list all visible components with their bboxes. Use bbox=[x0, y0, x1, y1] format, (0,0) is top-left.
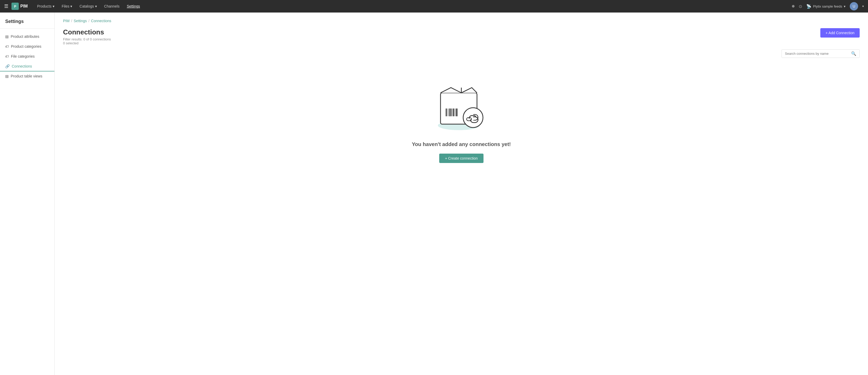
hamburger-menu[interactable]: ☰ bbox=[4, 3, 8, 9]
tag-icon: 🏷 bbox=[5, 44, 9, 49]
page-header: Connections Filter results: 0 of 0 conne… bbox=[63, 28, 860, 45]
sidebar-title: Settings bbox=[0, 19, 55, 29]
nav-right-section: ⊙ 📡 Plytix sample feeds ▾ U ▾ bbox=[792, 2, 864, 10]
list-icon: ▤ bbox=[5, 34, 9, 38]
logo-box: P bbox=[11, 3, 19, 10]
search-row: 🔍 bbox=[63, 49, 860, 58]
search-container: 🔍 bbox=[781, 49, 860, 58]
add-connection-button[interactable]: + Add Connection bbox=[820, 28, 860, 37]
svg-rect-3 bbox=[446, 109, 447, 116]
empty-state: You haven't added any connections yet! +… bbox=[63, 64, 860, 179]
svg-rect-9 bbox=[456, 109, 458, 116]
svg-rect-5 bbox=[450, 109, 451, 116]
sidebar-menu: ▤ Product attributes 🏷 Product categorie… bbox=[0, 32, 55, 81]
main-content: PIM / Settings / Connections Connections… bbox=[55, 12, 868, 375]
chevron-down-icon: ▾ bbox=[53, 4, 55, 8]
page-title-section: Connections Filter results: 0 of 0 conne… bbox=[63, 28, 111, 45]
table-icon: ▤ bbox=[5, 74, 9, 78]
breadcrumb-connections: Connections bbox=[91, 19, 111, 23]
breadcrumb-sep-1: / bbox=[71, 19, 72, 23]
breadcrumb-sep-2: / bbox=[88, 19, 89, 23]
chevron-down-icon: ▾ bbox=[95, 4, 97, 8]
empty-illustration bbox=[433, 80, 490, 133]
chevron-down-icon: ▾ bbox=[844, 4, 846, 8]
breadcrumb: PIM / Settings / Connections bbox=[63, 19, 860, 23]
nav-channels[interactable]: Channels bbox=[101, 3, 123, 10]
search-icon: 🔍 bbox=[851, 51, 856, 56]
filter-text: Filter results: 0 of 0 connections 0 sel… bbox=[63, 37, 111, 45]
app-logo: P PIM bbox=[11, 3, 28, 10]
svg-rect-7 bbox=[453, 109, 454, 116]
main-layout: Settings ▤ Product attributes 🏷 Product … bbox=[0, 12, 868, 375]
empty-state-message: You haven't added any connections yet! bbox=[412, 141, 511, 147]
connections-illustration bbox=[433, 80, 490, 132]
top-navigation: ☰ P PIM Products ▾ Files ▾ Catalogs ▾ Ch… bbox=[0, 0, 868, 12]
create-connection-button[interactable]: + Create connection bbox=[439, 153, 484, 163]
status-dot bbox=[792, 5, 795, 7]
nav-products[interactable]: Products ▾ bbox=[34, 3, 57, 10]
search-input[interactable] bbox=[785, 52, 851, 56]
tag-icon: 🏷 bbox=[5, 54, 9, 58]
user-avatar[interactable]: U bbox=[850, 2, 858, 10]
feeds-icon: 📡 bbox=[806, 4, 811, 9]
sidebar: Settings ▤ Product attributes 🏷 Product … bbox=[0, 12, 55, 375]
nav-files[interactable]: Files ▾ bbox=[59, 3, 75, 10]
nav-catalogs[interactable]: Catalogs ▾ bbox=[76, 3, 100, 10]
sidebar-item-product-table-views[interactable]: ▤ Product table views bbox=[0, 71, 55, 81]
page-title: Connections bbox=[63, 28, 111, 36]
link-icon: 🔗 bbox=[5, 64, 10, 68]
breadcrumb-settings[interactable]: Settings bbox=[74, 19, 87, 23]
sidebar-item-product-attributes[interactable]: ▤ Product attributes bbox=[0, 32, 55, 42]
logo-text: PIM bbox=[20, 4, 28, 9]
clock-icon: ⊙ bbox=[799, 4, 802, 9]
breadcrumb-pim[interactable]: PIM bbox=[63, 19, 69, 23]
chevron-down-icon: ▾ bbox=[70, 4, 72, 8]
svg-rect-8 bbox=[455, 109, 455, 116]
nav-items: Products ▾ Files ▾ Catalogs ▾ Channels S… bbox=[34, 3, 792, 10]
sidebar-item-product-categories[interactable]: 🏷 Product categories bbox=[0, 42, 55, 52]
svg-rect-6 bbox=[452, 109, 452, 116]
avatar-chevron-icon: ▾ bbox=[862, 4, 864, 8]
sidebar-item-file-categories[interactable]: 🏷 File categories bbox=[0, 52, 55, 61]
nav-settings[interactable]: Settings bbox=[124, 3, 143, 10]
feeds-selector[interactable]: 📡 Plytix sample feeds ▾ bbox=[806, 4, 846, 9]
svg-point-10 bbox=[463, 108, 483, 127]
svg-rect-4 bbox=[448, 109, 448, 116]
sidebar-item-connections[interactable]: 🔗 Connections bbox=[0, 61, 55, 71]
